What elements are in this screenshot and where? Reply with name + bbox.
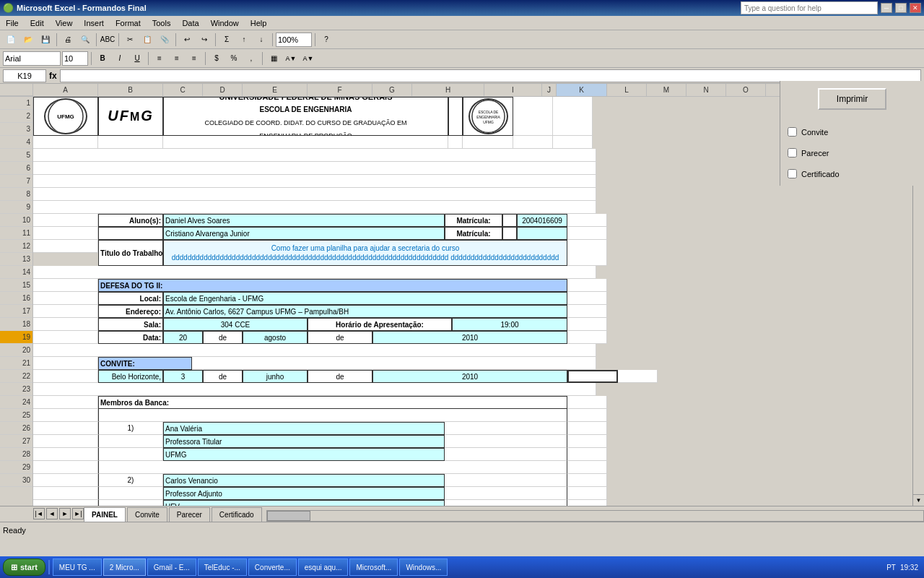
cell-C14-endereco-value[interactable]: Av. Antônio Carlos, 6627 Campus UFMG – P… (163, 305, 567, 318)
currency-btn[interactable]: $ (209, 51, 225, 66)
cell-C13-local-value[interactable]: Escola de Engenharia - UFMG (163, 292, 567, 305)
row-num-11[interactable]: 11 (0, 227, 32, 240)
sort-desc-btn[interactable]: ↓ (253, 32, 269, 48)
col-header-H[interactable]: H (412, 84, 484, 96)
row-num-17[interactable]: 17 (0, 305, 32, 318)
cell-L29[interactable] (567, 500, 607, 506)
cell-C27-member2-name[interactable]: Carlos Venancio (163, 474, 445, 487)
cell-H28[interactable] (445, 487, 567, 500)
row-num-30[interactable]: 30 (0, 474, 32, 487)
cell-L1[interactable] (513, 97, 553, 136)
col-header-F[interactable]: F (308, 84, 372, 96)
row-num-14[interactable]: 14 (0, 266, 32, 279)
fill-color-btn[interactable]: A▼ (283, 51, 299, 66)
cell-K19-selected[interactable] (567, 370, 618, 383)
row-num-12[interactable]: 12 (0, 240, 32, 253)
font-size-input[interactable] (62, 51, 88, 66)
sort-asc-btn[interactable]: ↑ (236, 32, 252, 48)
cell-A28[interactable] (33, 487, 98, 500)
cell-G16-year[interactable]: 2010 (372, 331, 567, 344)
font-name-input[interactable] (3, 51, 61, 66)
col-header-I[interactable]: I (484, 84, 542, 96)
tab-nav-first[interactable]: |◄ (33, 508, 45, 519)
row-num-1[interactable]: 1 (0, 97, 32, 110)
help-input[interactable] (741, 1, 878, 14)
cell-L15[interactable] (567, 318, 607, 331)
col-header-K[interactable]: K (557, 84, 607, 96)
menu-data[interactable]: Data (176, 17, 204, 29)
cell-I15-horario-value[interactable]: 19:00 (452, 318, 567, 331)
cell-C2[interactable] (163, 136, 448, 149)
cell-B28[interactable] (98, 487, 163, 500)
bold-btn[interactable]: B (95, 51, 110, 66)
cell-L28[interactable] (567, 487, 607, 500)
cell-E19-conv-month[interactable]: junho (243, 370, 308, 383)
cell-A27[interactable] (33, 474, 98, 487)
cell-B1[interactable]: UFMG (98, 97, 163, 136)
cell-L12[interactable] (567, 279, 607, 292)
cell-C23-member1-name[interactable]: Ana Valéria (163, 422, 445, 435)
cell-A4[interactable] (33, 162, 596, 175)
cell-A15[interactable] (33, 318, 98, 331)
redo-btn[interactable]: ↪ (196, 32, 212, 48)
cell-C9-student2[interactable]: Cristiano Alvarenga Junior (163, 227, 445, 240)
col-header-L[interactable]: L (607, 84, 647, 96)
row-num-27[interactable]: 27 (0, 435, 32, 448)
cell-L16[interactable] (567, 331, 607, 344)
open-btn[interactable]: 📂 (20, 32, 36, 48)
col-header-D[interactable]: D (203, 84, 243, 96)
row-num-4[interactable]: 4 (0, 136, 32, 149)
scrollbar-horizontal[interactable] (266, 510, 924, 522)
col-header-M[interactable]: M (647, 84, 687, 96)
cell-L23[interactable] (567, 422, 607, 435)
cell-A6[interactable] (33, 188, 596, 201)
cell-A13[interactable] (33, 292, 98, 305)
cell-L22[interactable] (567, 409, 607, 422)
menu-window[interactable]: Window (205, 17, 245, 29)
row-num-16[interactable]: 16 (0, 292, 32, 305)
tab-nav-last[interactable]: ►| (72, 508, 84, 519)
formula-input[interactable] (60, 69, 921, 82)
cell-B2[interactable] (98, 136, 163, 149)
cell-C10-title[interactable]: Como fazer uma planilha para ajudar a se… (163, 240, 567, 266)
copy-btn[interactable]: 📋 (139, 32, 155, 48)
cell-A14[interactable] (33, 305, 98, 318)
row-num-20[interactable]: 20 (0, 344, 32, 357)
cell-H29[interactable] (445, 500, 567, 506)
cell-A24[interactable] (33, 435, 98, 448)
cell-C28-member2-title[interactable]: Professor Adjunto (163, 487, 445, 500)
print-btn[interactable]: 🖨 (60, 32, 76, 48)
cut-btn[interactable]: ✂ (122, 32, 138, 48)
taskbar-item-2[interactable]: Gmail - E... (147, 558, 196, 576)
cell-H23[interactable] (445, 422, 567, 435)
font-color-btn[interactable]: A▼ (300, 51, 316, 66)
cell-K8-matricula1[interactable]: 2004016609 (517, 214, 567, 227)
col-header-J[interactable]: J (542, 84, 557, 96)
cell-K9-matricula2[interactable] (517, 227, 567, 240)
cell-B25[interactable] (98, 448, 163, 461)
col-header-O[interactable]: O (726, 84, 766, 96)
cell-A19[interactable] (33, 370, 98, 383)
cell-A26[interactable] (33, 461, 98, 474)
taskbar-item-4[interactable]: Converte... (248, 558, 297, 576)
cell-B9[interactable] (98, 227, 163, 240)
cell-H27[interactable] (445, 474, 567, 487)
title-btn-minimize[interactable]: ─ (881, 3, 892, 13)
taskbar-item-1[interactable]: 2 Micro... (103, 558, 146, 576)
cell-A3[interactable] (33, 149, 596, 162)
cell-A25[interactable] (33, 448, 98, 461)
col-header-G[interactable]: G (372, 84, 412, 96)
cell-A8[interactable] (33, 214, 98, 227)
cell-C29-member2-inst[interactable]: UFV (163, 500, 445, 506)
row-num-24[interactable]: 24 (0, 396, 32, 409)
start-button[interactable]: ⊞ start (3, 558, 45, 576)
help-icon-btn[interactable]: ? (318, 32, 334, 48)
tab-convite[interactable]: Convite (127, 507, 167, 522)
cell-A5[interactable] (33, 175, 596, 188)
cell-A20[interactable] (33, 383, 596, 396)
cell-J2[interactable] (448, 136, 463, 149)
tab-nav-next[interactable]: ► (59, 508, 71, 519)
cell-A23[interactable] (33, 422, 98, 435)
cell-L10[interactable] (567, 240, 607, 266)
menu-file[interactable]: File (0, 17, 25, 29)
